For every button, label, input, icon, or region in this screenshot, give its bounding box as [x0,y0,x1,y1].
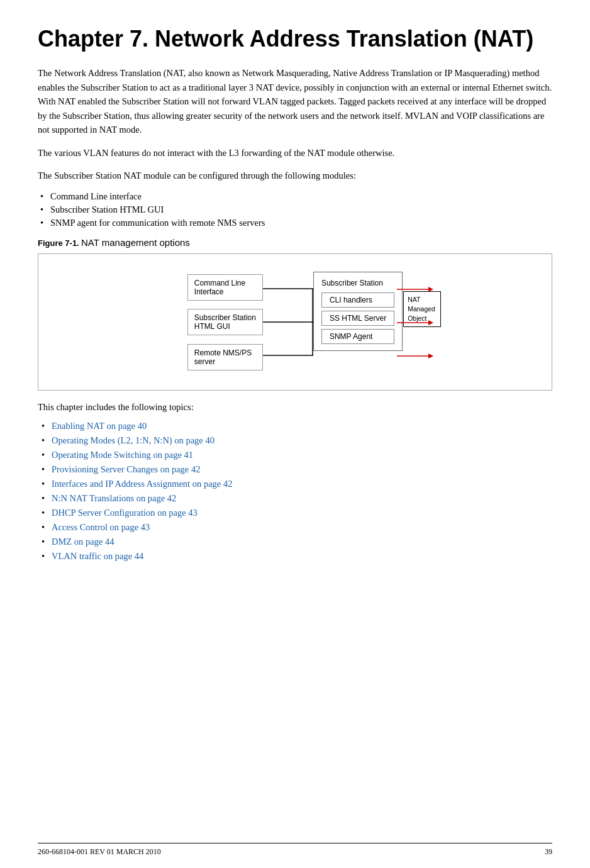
html-gui-left-box: Subscriber Station HTML GUI [187,309,263,335]
topics-intro: This chapter includes the following topi… [38,402,552,413]
footer-left: 260-668104-001 REV 01 MARCH 2010 [38,847,161,857]
figure-caption: Figure 7-1. NAT management options [38,237,552,248]
topic-link-1[interactable]: Operating Modes (L2, 1:N, N:N) on page 4… [52,435,214,445]
connector-svg [263,272,313,372]
chapter-title: Chapter 7. Network Address Translation (… [38,25,552,52]
subscriber-station-box: Subscriber Station CLI handlers SS HTML … [313,272,403,351]
topic-item-1[interactable]: Operating Modes (L2, 1:N, N:N) on page 4… [38,433,552,448]
intro-paragraph-3: The Subscriber Station NAT module can be… [38,169,552,182]
topic-item-8[interactable]: DMZ on page 44 [38,535,552,549]
topic-link-4[interactable]: Interfaces and IP Address Assignment on … [52,479,232,489]
snmp-agent-box: SNMP Agent [321,329,394,344]
diagram-wrapper: Command Line Interface Subscriber Statio… [51,265,539,379]
left-boxes-col: Command Line Interface Subscriber Statio… [187,272,263,372]
topic-link-5[interactable]: N:N NAT Translations on page 42 [52,493,176,503]
connector-col [263,272,313,372]
figure-title: NAT management options [81,237,190,248]
topic-list: Enabling NAT on page 40 Operating Modes … [38,419,552,564]
list-item-html: Subscriber Station HTML GUI [38,204,552,215]
topic-item-6[interactable]: DHCP Server Configuration on page 43 [38,506,552,520]
topic-item-0[interactable]: Enabling NAT on page 40 [38,419,552,433]
figure-label: Figure 7-1. [38,238,79,248]
cli-left-box: Command Line Interface [187,274,263,301]
inner-boxes-col: CLI handlers SS HTML Server SNMP Agent [321,292,394,344]
topic-link-8[interactable]: DMZ on page 44 [52,537,114,547]
topic-item-4[interactable]: Interfaces and IP Address Assignment on … [38,477,552,491]
modules-list: Command Line interface Subscriber Statio… [38,191,552,228]
svg-marker-12 [428,353,433,359]
topic-item-2[interactable]: Operating Mode Switching on page 41 [38,448,552,462]
cli-handlers-box: CLI handlers [321,292,394,308]
page: Chapter 7. Network Address Translation (… [0,0,590,611]
list-item-cli: Command Line interface [38,191,552,202]
topic-link-7[interactable]: Access Control on page 43 [52,522,150,532]
intro-paragraph-1: The Network Address Translation (NAT, al… [38,66,552,136]
footer-right: 39 [545,847,552,857]
topic-item-3[interactable]: Provisioning Server Changes on page 42 [38,462,552,477]
topic-link-2[interactable]: Operating Mode Switching on page 41 [52,450,193,460]
figure-box: Command Line Interface Subscriber Statio… [38,253,552,391]
svg-marker-10 [428,320,433,325]
topic-item-9[interactable]: VLAN traffic on page 44 [38,549,552,564]
topic-link-6[interactable]: DHCP Server Configuration on page 43 [52,508,198,518]
page-footer: 260-668104-001 REV 01 MARCH 2010 39 [38,843,552,857]
ss-html-server-box: SS HTML Server [321,311,394,326]
topic-item-5[interactable]: N:N NAT Translations on page 42 [38,491,552,506]
red-arrow-svg [397,272,441,373]
list-item-snmp: SNMP agent for communication with remote… [38,218,552,228]
topic-link-0[interactable]: Enabling NAT on page 40 [52,421,147,431]
topic-item-7[interactable]: Access Control on page 43 [38,520,552,535]
svg-marker-8 [428,287,433,292]
nms-left-box: Remote NMS/PS server [187,344,263,370]
topic-link-9[interactable]: VLAN traffic on page 44 [52,551,143,561]
subscriber-station-wrapper: Subscriber Station CLI handlers SS HTML … [313,272,403,372]
intro-paragraph-2: The various VLAN features do not interac… [38,146,552,160]
ss-title: Subscriber Station [321,279,394,287]
topic-link-3[interactable]: Provisioning Server Changes on page 42 [52,464,200,474]
